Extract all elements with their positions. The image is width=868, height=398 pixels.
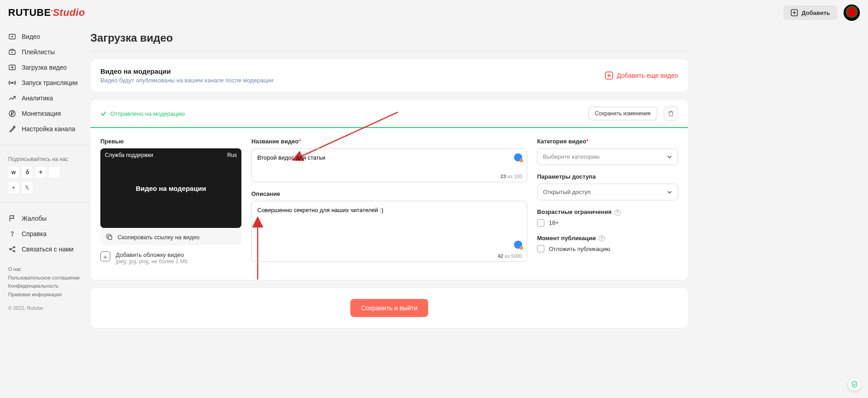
social-plus-icon[interactable]: + — [8, 182, 19, 193]
ai-suggest-icon[interactable] — [514, 153, 522, 161]
title-label-text: Название видео — [251, 138, 298, 145]
add-cover-button[interactable]: + Добавить обложку видео jpeg, jpg, png,… — [100, 251, 241, 265]
sidebar-item-complaints[interactable]: Жалобы — [0, 211, 90, 226]
footer-link-privacy[interactable]: Конфиденциальность — [8, 282, 82, 290]
delete-button[interactable] — [664, 106, 678, 121]
sidebar-item-playlists[interactable]: Плейлисты — [0, 44, 90, 60]
svg-line-17 — [11, 247, 14, 249]
upload-icon — [8, 63, 16, 71]
svg-point-15 — [14, 246, 15, 248]
logo[interactable]: RUTUBE•Studio — [8, 7, 85, 19]
svg-point-13 — [12, 235, 12, 236]
security-shield-badge[interactable] — [848, 378, 861, 391]
publish-checkbox[interactable]: Отложить публикацию — [537, 245, 678, 252]
magic-wand-icon — [8, 125, 16, 133]
divider — [0, 202, 90, 203]
category-select[interactable]: Выберите категорию — [537, 148, 678, 165]
desc-label: Описание — [251, 190, 527, 197]
sidebar-item-stream[interactable]: Запуск трансляции — [0, 75, 90, 90]
footer-link-terms[interactable]: Пользовательское соглашение — [8, 274, 82, 282]
svg-line-18 — [11, 250, 14, 251]
sidebar-item-label: Аналитика — [22, 95, 53, 102]
sidebar-nav-help: Жалобы Справка Связаться с нами — [0, 207, 90, 261]
access-label: Параметры доступа — [537, 173, 678, 180]
footer-link-legal[interactable]: Правовая информация — [8, 290, 82, 299]
sidebar-item-label: Загрузка видео — [22, 64, 67, 71]
social-twitter-icon[interactable]: 𝕏 — [22, 182, 33, 193]
access-value: Открытый доступ — [543, 189, 590, 195]
title-field-block: Название видео* 23 из 100 — [251, 138, 527, 182]
copy-link-button[interactable]: Скопировать ссылку на видео — [100, 229, 241, 245]
form-toolbar: Отправлено на модерацию Сохранить измене… — [90, 100, 688, 128]
svg-rect-24 — [108, 236, 112, 239]
sidebar-item-label: Видео — [22, 33, 40, 40]
social-vk-icon[interactable]: w — [8, 167, 19, 178]
sidebar-item-help[interactable]: Справка — [0, 226, 90, 242]
counter-sep: из — [506, 174, 514, 179]
add-button[interactable]: Добавить — [783, 5, 837, 20]
add-more-video-button[interactable]: Добавить еще видео — [605, 71, 678, 80]
add-cover-hint: jpeg, jpg, png, не более 1 Mb — [116, 258, 188, 265]
title-char-counter: 23 из 100 — [500, 174, 522, 179]
form-body: Превью Служба поддержки Rus Видео на мод… — [90, 128, 688, 280]
moderation-status-label: Отправлено на модерацию — [110, 110, 185, 117]
sidebar: Видео Плейлисты Загрузка видео Запуск тр… — [0, 0, 90, 398]
preview-center-text: Видео на модерации — [136, 185, 206, 192]
avatar[interactable] — [844, 5, 860, 21]
access-select[interactable]: Открытый доступ — [537, 184, 678, 200]
sidebar-nav-main: Видео Плейлисты Загрузка видео Запуск тр… — [0, 25, 90, 140]
plus-square-icon: + — [100, 251, 110, 261]
social-telegram-icon[interactable]: ✈ — [35, 167, 46, 178]
category-field-block: Категория видео* Выберите категорию — [537, 138, 678, 165]
sidebar-item-video[interactable]: Видео — [0, 29, 90, 44]
age-label: Возрастные ограничения? — [537, 208, 678, 216]
svg-point-16 — [14, 251, 15, 252]
help-icon[interactable]: ? — [614, 209, 621, 216]
logo-text-black: RUTUBE — [8, 7, 51, 18]
preview-tr-badge: Rus — [227, 152, 237, 158]
social-more-icon[interactable] — [49, 167, 60, 178]
analytics-icon — [8, 94, 16, 102]
moderation-status: Отправлено на модерацию — [100, 110, 185, 117]
sidebar-item-upload[interactable]: Загрузка видео — [0, 60, 90, 75]
title-input[interactable] — [252, 149, 527, 180]
svg-point-11 — [9, 110, 15, 117]
sidebar-item-label: Монетизация — [22, 110, 61, 117]
age-checkbox[interactable]: 18+ — [537, 219, 678, 227]
top-header: RUTUBE•Studio Добавить — [0, 0, 868, 25]
publish-label: Момент публикации? — [537, 235, 678, 242]
help-icon[interactable]: ? — [599, 235, 605, 242]
desc-textbox: 42 из 5000 — [251, 201, 527, 262]
flag-icon — [8, 214, 16, 223]
age-field-block: Возрастные ограничения? 18+ — [537, 208, 678, 227]
fields-column: Название видео* 23 из 100 Описание 42 и — [251, 138, 527, 270]
add-button-label: Добавить — [802, 9, 830, 16]
sidebar-item-monetization[interactable]: Монетизация — [0, 106, 90, 121]
svg-marker-4 — [12, 36, 14, 38]
save-exit-button[interactable]: Сохранить и выйти — [350, 299, 429, 317]
checkbox-icon — [537, 219, 544, 227]
footer-link-about[interactable]: О нас — [8, 265, 82, 274]
access-field-block: Параметры доступа Открытый доступ — [537, 173, 678, 200]
sidebar-item-analytics[interactable]: Аналитика — [0, 90, 90, 106]
social-ok-icon[interactable]: ǒ — [22, 167, 33, 178]
plus-square-red-icon — [605, 71, 613, 80]
ruble-icon — [8, 109, 16, 118]
moderation-banner: Видео на модерации Видео будут опубликов… — [90, 59, 688, 92]
copy-link-label: Скопировать ссылку на видео — [118, 234, 199, 241]
category-placeholder: Выберите категорию — [543, 153, 600, 160]
sidebar-item-label: Настройка канала — [22, 125, 75, 133]
sidebar-item-label: Запуск трансляции — [22, 79, 78, 86]
save-changes-button[interactable]: Сохранить изменения — [588, 107, 657, 120]
preview-tl-badge: Служба поддержки — [105, 152, 153, 158]
side-column: Категория видео* Выберите категорию Пара… — [537, 138, 678, 270]
desc-input[interactable] — [252, 201, 527, 260]
counter-max: 5000 — [511, 253, 522, 259]
sidebar-item-label: Справка — [22, 230, 47, 237]
sidebar-item-settings[interactable]: Настройка канала — [0, 121, 90, 137]
ai-suggest-icon[interactable] — [514, 241, 522, 249]
svg-point-14 — [9, 249, 11, 250]
sidebar-item-contact[interactable]: Связаться с нами — [0, 242, 90, 257]
title-textbox: 23 из 100 — [251, 148, 527, 182]
svg-point-10 — [12, 82, 13, 84]
